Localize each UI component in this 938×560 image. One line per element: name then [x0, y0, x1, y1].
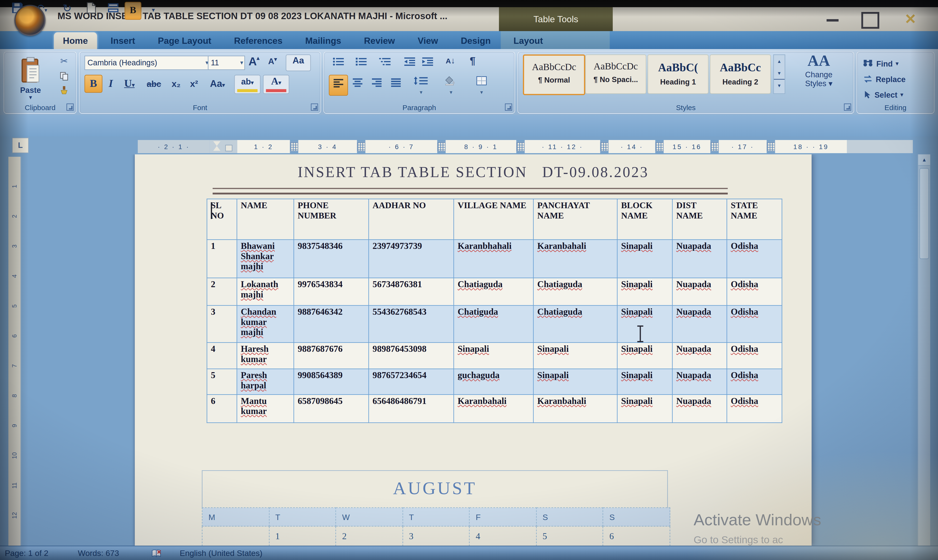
calendar-day-cell[interactable]: 2	[336, 526, 403, 546]
table-cell[interactable]: Odisha	[727, 369, 782, 395]
table-cell[interactable]: Karanbahali	[534, 395, 617, 423]
table-cell[interactable]: 9837548346	[294, 240, 369, 278]
align-right-button[interactable]	[369, 78, 385, 87]
tab-home[interactable]: Home	[54, 32, 97, 49]
table-cell[interactable]: 989876453098	[369, 343, 454, 369]
shading-button[interactable]: ▾	[438, 76, 464, 97]
tab-page-layout[interactable]: Page Layout	[149, 32, 221, 49]
calendar-day-cell[interactable]	[202, 526, 269, 546]
numbering-button[interactable]	[352, 57, 372, 66]
hanging-indent-icon[interactable]	[213, 146, 221, 151]
line-spacing-dropdown-icon[interactable]: ▾	[420, 89, 422, 95]
table-cell[interactable]: Lokanath majhi	[237, 278, 294, 305]
table-cell[interactable]: Sinapali	[617, 305, 673, 343]
highlight-dropdown-icon[interactable]: ▾	[251, 80, 254, 86]
language-indicator[interactable]: English (United States)	[180, 549, 262, 558]
table-cell[interactable]: 9887687676	[294, 343, 369, 369]
calendar-day-cell[interactable]: 6	[603, 526, 670, 546]
calendar-day-cell[interactable]: 5	[536, 526, 603, 546]
office-button[interactable]	[14, 5, 46, 36]
table-cell[interactable]: 6	[207, 395, 237, 423]
page-indicator[interactable]: Page: 1 of 2	[5, 549, 48, 558]
font-color-button[interactable]: A▾	[263, 75, 289, 94]
table-cell[interactable]: 9887646342	[294, 305, 369, 343]
calendar-weekday-cell[interactable]: S	[603, 508, 670, 526]
clipboard-dialog-launcher-icon[interactable]	[66, 104, 74, 111]
table-cell[interactable]: Chatiaguda	[534, 305, 617, 343]
calendar-day-cell[interactable]: 3	[403, 526, 469, 546]
style-card--no-spaci-[interactable]: AaBbCcDc¶ No Spaci...	[585, 55, 646, 94]
tab-stop-selector[interactable]: L	[12, 138, 29, 153]
table-cell[interactable]: guchaguda	[454, 369, 534, 395]
font-size-combo[interactable]: 11 ▾	[208, 56, 245, 70]
proofing-status[interactable]	[151, 549, 162, 558]
table-header-cell[interactable]: NAME	[237, 199, 294, 240]
italic-button[interactable]: I	[104, 75, 118, 93]
table-cell[interactable]: 6587098645	[294, 395, 369, 423]
table-cell[interactable]: 4	[207, 343, 237, 369]
styles-dialog-launcher-icon[interactable]	[844, 104, 851, 111]
table-cell[interactable]: 987657234654	[369, 369, 454, 395]
vertical-scrollbar[interactable]: ▴	[918, 154, 930, 546]
table-cell[interactable]: Haresh kumar	[237, 343, 294, 369]
table-cell[interactable]: Odisha	[727, 305, 782, 343]
show-marks-button[interactable]: ¶	[464, 55, 481, 67]
table-cell[interactable]: Nuapada	[673, 240, 727, 278]
table-cell[interactable]: Nuapada	[673, 343, 727, 369]
table-cell[interactable]: Karanbahali	[534, 240, 617, 278]
table-header-cell[interactable]: PHONE NUMBER	[294, 199, 369, 240]
table-header-cell[interactable]: PANCHAYAT NAME	[534, 199, 617, 240]
copy-button[interactable]	[57, 70, 71, 82]
scrollbar-thumb[interactable]	[919, 168, 929, 259]
first-line-indent-icon[interactable]	[213, 141, 221, 146]
table-borders-button[interactable]	[105, 2, 121, 18]
bold-button[interactable]: B	[85, 75, 102, 93]
styles-more-icon[interactable]: ▾	[774, 79, 785, 92]
table-cell[interactable]: Nuapada	[673, 369, 727, 395]
table-cell[interactable]: Sinapali	[617, 343, 673, 369]
horizontal-ruler[interactable]: · 2 · 1 ·1 · 23 · 4· 6 · 78 · 9 · 1· 11 …	[138, 140, 913, 153]
select-button[interactable]: Select ▾	[863, 88, 903, 101]
styles-scroll-up-icon[interactable]: ▴	[774, 55, 785, 67]
style-card-heading-1[interactable]: AaBbC(Heading 1	[648, 55, 708, 94]
bullets-button[interactable]	[329, 57, 349, 66]
table-cell[interactable]: 656486486791	[369, 395, 454, 423]
font-name-combo[interactable]: Cambria (Headings) ▾	[85, 56, 210, 70]
font-dialog-launcher-icon[interactable]	[311, 104, 318, 111]
word-count[interactable]: Words: 673	[78, 549, 119, 558]
table-cell[interactable]: Sinapali	[454, 343, 534, 369]
table-cell[interactable]: Karanbahali	[454, 395, 534, 423]
tab-view[interactable]: View	[409, 32, 447, 49]
calendar-weekday-cell[interactable]: T	[269, 508, 336, 526]
format-painter-button[interactable]	[57, 85, 71, 97]
change-case-button[interactable]: Aa▾	[204, 76, 231, 93]
style-card--normal[interactable]: AaBbCcDc¶ Normal	[523, 55, 585, 95]
document-page[interactable]: INSERT TAB TABLE SECTION DT-09.08.2023 S…	[135, 154, 812, 546]
cut-button[interactable]: ✂	[57, 56, 71, 68]
table-cell[interactable]: Odisha	[727, 343, 782, 369]
calendar-weekday-cell[interactable]: W	[336, 508, 403, 526]
table-header-cell[interactable]: AADHAR NO	[369, 199, 454, 240]
paste-dropdown-icon[interactable]: ▾	[13, 94, 49, 101]
align-left-button[interactable]	[329, 75, 348, 96]
table-cell[interactable]: Nuapada	[673, 395, 727, 423]
new-document-button[interactable]	[84, 2, 98, 18]
sort-button[interactable]: A↓	[441, 56, 460, 65]
table-cell[interactable]: Sinapali	[617, 240, 673, 278]
change-styles-button[interactable]: AA Change Styles ▾	[789, 53, 849, 95]
table-cell[interactable]: Odisha	[727, 395, 782, 423]
left-indent-icon[interactable]	[225, 145, 232, 151]
find-button[interactable]: Find ▾	[863, 57, 898, 70]
qat-more-button[interactable]: ▾	[147, 2, 159, 18]
paragraph-dialog-launcher-icon[interactable]	[505, 104, 512, 111]
tab-design[interactable]: Design	[452, 32, 500, 49]
table-cell[interactable]: 2	[207, 278, 237, 305]
tab-review[interactable]: Review	[355, 32, 404, 49]
increase-indent-button[interactable]	[420, 57, 435, 66]
shading-dropdown-icon[interactable]: ▾	[450, 89, 452, 95]
tab-references[interactable]: References	[225, 32, 292, 49]
styles-scroll-down-icon[interactable]: ▾	[774, 67, 785, 79]
underline-dropdown-icon[interactable]: ▾	[132, 82, 134, 88]
replace-button[interactable]: Replace	[863, 72, 906, 86]
calendar-table[interactable]: MTWTFSS123456	[202, 507, 670, 546]
